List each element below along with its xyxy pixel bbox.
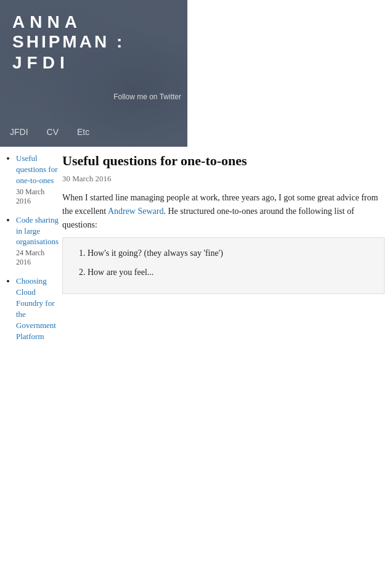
post-intro: When I started line managing people at w… xyxy=(62,191,385,231)
sidebar-date-post1: 30 March 2016 xyxy=(16,187,59,206)
sidebar-link-post3[interactable]: Choosing Cloud Foundry for the Governmen… xyxy=(16,276,56,340)
question-2-text: How are you feel... xyxy=(88,268,153,277)
nav-cv[interactable]: CV xyxy=(47,127,59,137)
sidebar-link-post2[interactable]: Code sharing in large organisations xyxy=(16,215,59,247)
list-item: Useful questions for one-to-ones 30 Marc… xyxy=(16,153,59,206)
main-container: Useful questions for one-to-ones 30 Marc… xyxy=(0,147,392,357)
follow-twitter-text: Follow me on Twitter xyxy=(113,92,181,101)
header-nav: JFDI CV Etc xyxy=(10,127,89,137)
list-item: How's it going? (they always say 'fine') xyxy=(88,247,375,260)
andrew-seward-link[interactable]: Andrew Seward xyxy=(108,207,164,216)
list-item: Code sharing in large organisations 24 M… xyxy=(16,215,59,268)
list-item: How are you feel... xyxy=(88,266,375,279)
post-body: When I started line managing people at w… xyxy=(62,191,385,294)
header-banner: ANNA SHIPMAN : JFDI Follow me on Twitter… xyxy=(0,0,187,147)
sidebar: Useful questions for one-to-ones 30 Marc… xyxy=(0,153,59,351)
post-date: 30 March 2016 xyxy=(62,174,385,184)
sidebar-link-post1[interactable]: Useful questions for one-to-ones xyxy=(16,154,58,185)
site-title: ANNA SHIPMAN : JFDI xyxy=(12,12,175,73)
main-content: Useful questions for one-to-ones 30 Marc… xyxy=(59,153,392,351)
questions-list: How's it going? (they always say 'fine')… xyxy=(78,247,375,279)
nav-etc[interactable]: Etc xyxy=(77,127,89,137)
post-intro-cont: . He structured one-to-ones around the f… xyxy=(62,207,354,229)
list-item: Choosing Cloud Foundry for the Governmen… xyxy=(16,276,59,342)
nav-jfdi[interactable]: JFDI xyxy=(10,127,28,137)
sidebar-post-list: Useful questions for one-to-ones 30 Marc… xyxy=(6,153,59,342)
sidebar-date-post2: 24 March 2016 xyxy=(16,248,59,267)
post-title: Useful questions for one-to-ones xyxy=(62,153,385,169)
questions-box: How's it going? (they always say 'fine')… xyxy=(62,237,385,294)
